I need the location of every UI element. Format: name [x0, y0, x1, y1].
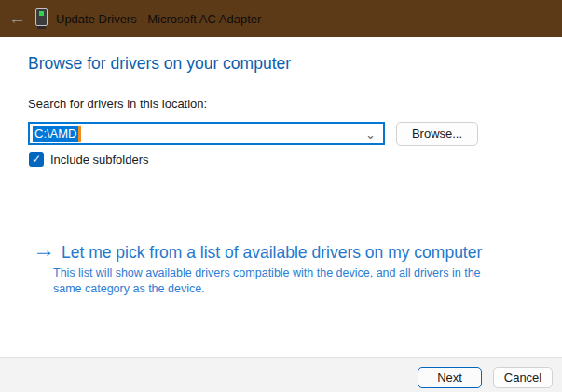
driver-location-value[interactable]: C:\AMD [33, 126, 78, 142]
page-title: Browse for drivers on your computer [28, 54, 291, 74]
cancel-button[interactable]: Cancel [493, 367, 553, 388]
titlebar: ← Update Drivers - Microsoft AC Adapter [0, 0, 562, 37]
driver-location-combobox[interactable]: C:\AMD ⌄ [28, 122, 385, 145]
chevron-down-icon[interactable]: ⌄ [365, 125, 376, 144]
update-drivers-dialog: ← Update Drivers - Microsoft AC Adapter … [0, 0, 562, 392]
window-title: Update Drivers - Microsoft AC Adapter [56, 12, 261, 26]
right-arrow-icon[interactable]: → [33, 237, 55, 262]
include-subfolders-label: Include subfolders [50, 153, 149, 167]
ac-adapter-device-icon [35, 8, 48, 29]
include-subfolders-row[interactable]: ✓ Include subfolders [29, 152, 149, 167]
include-subfolders-checkbox[interactable]: ✓ [29, 152, 44, 167]
back-arrow-icon[interactable]: ← [8, 0, 29, 37]
search-location-label: Search for drivers in this location: [28, 97, 207, 111]
browse-button[interactable]: Browse... [396, 122, 478, 146]
let-me-pick-description: This list will show available drivers co… [53, 265, 491, 297]
let-me-pick-link[interactable]: Let me pick from a list of available dri… [62, 243, 482, 263]
text-caret [78, 126, 81, 142]
next-button[interactable]: Next [418, 367, 482, 388]
